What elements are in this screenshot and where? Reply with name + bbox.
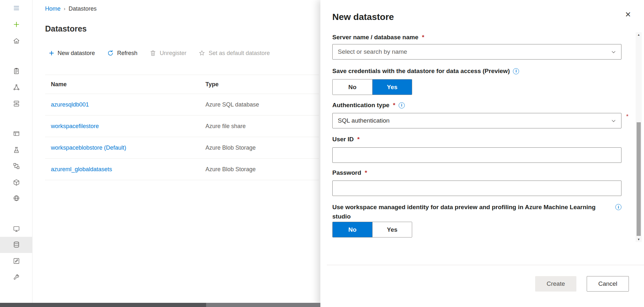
info-icon[interactable]: i xyxy=(513,68,519,74)
required-asterisk: * xyxy=(357,135,360,143)
info-icon[interactable]: i xyxy=(399,102,405,108)
cancel-button[interactable]: Cancel xyxy=(587,276,629,292)
password-label-text: Password xyxy=(332,169,361,177)
panel-footer: Create Cancel xyxy=(327,265,644,307)
sidebar-item-designer[interactable] xyxy=(0,96,33,112)
server-name-combobox-placeholder: Select or search by name xyxy=(338,48,407,55)
chevron-down-icon xyxy=(611,50,616,54)
sidebar-item-models[interactable] xyxy=(0,175,33,191)
set-default-label: Set as default datastore xyxy=(209,50,270,57)
breadcrumb-separator-icon: › xyxy=(64,5,65,12)
pipelines-icon xyxy=(13,163,20,171)
breadcrumb-current: Datastores xyxy=(69,5,97,12)
managed-identity-label-row: Use workspace managed identity for data … xyxy=(332,202,621,221)
sidebar-item-notebooks[interactable] xyxy=(0,63,33,79)
page-title: Datastores xyxy=(45,24,87,33)
sidebar-item-data-labeling[interactable] xyxy=(0,253,33,269)
save-credentials-label-text: Save credentials with the datastore for … xyxy=(332,67,510,75)
sidebar-item-linked-services[interactable] xyxy=(0,270,33,286)
datasets-icon xyxy=(13,130,20,138)
datastore-name-link[interactable]: workspaceblobstore (Default) xyxy=(51,144,126,151)
sidebar-item-datasets[interactable] xyxy=(0,126,33,142)
info-icon[interactable]: i xyxy=(615,204,621,210)
unregister-label: Unregister xyxy=(160,50,186,57)
user-id-input[interactable] xyxy=(332,147,621,163)
list-toolbar: + New datastore Refresh Unregister Set a… xyxy=(49,47,270,60)
scroll-up-icon[interactable]: ▲ xyxy=(636,32,642,37)
datastore-name-link[interactable]: workspacefilestore xyxy=(51,123,99,129)
server-name-label-text: Server name / database name xyxy=(332,33,418,41)
panel-title: New datastore xyxy=(332,12,394,23)
hamburger-menu-button[interactable] xyxy=(0,0,33,16)
save-credentials-no-button[interactable]: No xyxy=(333,79,372,95)
table-row[interactable]: workspacefilestore Azure file share xyxy=(45,116,319,137)
datastores-icon xyxy=(13,241,20,249)
refresh-label: Refresh xyxy=(117,50,137,57)
sidebar xyxy=(0,0,33,307)
sidebar-item-automated-ml[interactable] xyxy=(0,79,33,96)
datastore-type: Azure file share xyxy=(205,123,319,130)
user-id-label-text: User ID xyxy=(332,135,354,143)
password-label: Password* xyxy=(332,169,621,177)
new-datastore-label: New datastore xyxy=(58,50,95,57)
models-icon xyxy=(13,179,20,187)
horizontal-scrollbar[interactable] xyxy=(0,303,320,307)
experiments-icon xyxy=(13,146,20,154)
column-header-type[interactable]: Type xyxy=(205,81,319,88)
create-button[interactable]: Create xyxy=(535,276,576,292)
sidebar-item-compute[interactable] xyxy=(0,221,33,237)
save-credentials-label: Save credentials with the datastore for … xyxy=(332,67,621,75)
sidebar-item-pipelines[interactable] xyxy=(0,158,33,174)
sidebar-item-new[interactable] xyxy=(0,17,33,33)
table-row[interactable]: azuresqldb001 Azure SQL database xyxy=(45,94,319,116)
linked-services-icon xyxy=(13,274,20,282)
notebooks-icon xyxy=(13,68,20,76)
breadcrumb: Home › Datastores xyxy=(45,5,97,12)
set-default-datastore-button[interactable]: Set as default datastore xyxy=(199,50,270,57)
new-datastore-button[interactable]: + New datastore xyxy=(49,50,95,57)
hamburger-menu-icon xyxy=(13,5,20,13)
required-asterisk: * xyxy=(365,169,367,177)
sidebar-item-experiments[interactable] xyxy=(0,142,33,158)
datastore-name-link[interactable]: azuresqldb001 xyxy=(51,101,89,108)
managed-identity-toggle: No Yes xyxy=(332,222,412,237)
managed-identity-no-button[interactable]: No xyxy=(333,222,372,237)
chevron-down-icon xyxy=(611,118,616,123)
horizontal-scrollbar-thumb[interactable] xyxy=(0,303,206,307)
panel-form: Server name / database name* Select or s… xyxy=(332,33,621,237)
plus-icon: + xyxy=(49,50,54,56)
add-icon xyxy=(13,21,20,29)
auth-type-dropdown-value: SQL authentication xyxy=(338,117,390,124)
data-labeling-icon xyxy=(13,257,20,265)
sidebar-item-endpoints[interactable] xyxy=(0,191,33,207)
auth-type-label: Authentication type* i xyxy=(332,101,621,109)
datastore-type: Azure SQL database xyxy=(205,101,319,108)
datastores-list-page: Home › Datastores Datastores + New datas… xyxy=(33,0,320,307)
password-input[interactable] xyxy=(332,181,621,196)
panel-scrollbar[interactable]: ▲ ▼ xyxy=(636,32,642,242)
save-credentials-yes-button[interactable]: Yes xyxy=(372,79,412,95)
server-name-combobox[interactable]: Select or search by name xyxy=(332,44,621,60)
designer-icon xyxy=(13,100,20,108)
user-id-label: User ID* xyxy=(332,135,621,143)
sidebar-item-home[interactable] xyxy=(0,33,33,49)
scroll-down-icon[interactable]: ▼ xyxy=(636,237,642,242)
breadcrumb-home-link[interactable]: Home xyxy=(45,5,61,12)
scrollbar-thumb[interactable] xyxy=(637,122,641,236)
refresh-icon xyxy=(107,50,114,56)
table-row[interactable]: azureml_globaldatasets Azure Blob Storag… xyxy=(45,159,319,180)
unregister-button[interactable]: Unregister xyxy=(150,50,186,57)
refresh-button[interactable]: Refresh xyxy=(107,50,137,57)
home-icon xyxy=(13,37,20,45)
managed-identity-yes-button[interactable]: Yes xyxy=(372,222,412,237)
sidebar-item-datastores[interactable] xyxy=(0,237,33,253)
table-row[interactable]: workspaceblobstore (Default) Azure Blob … xyxy=(45,137,319,159)
required-asterisk: * xyxy=(393,101,395,109)
auth-type-dropdown[interactable]: SQL authentication xyxy=(332,113,621,128)
column-header-name[interactable]: Name xyxy=(45,81,205,88)
close-icon[interactable]: ✕ xyxy=(625,11,631,18)
automated-ml-icon xyxy=(13,84,20,92)
datastore-name-link[interactable]: azureml_globaldatasets xyxy=(51,166,112,172)
auth-type-label-text: Authentication type xyxy=(332,101,389,109)
star-icon xyxy=(199,50,205,56)
